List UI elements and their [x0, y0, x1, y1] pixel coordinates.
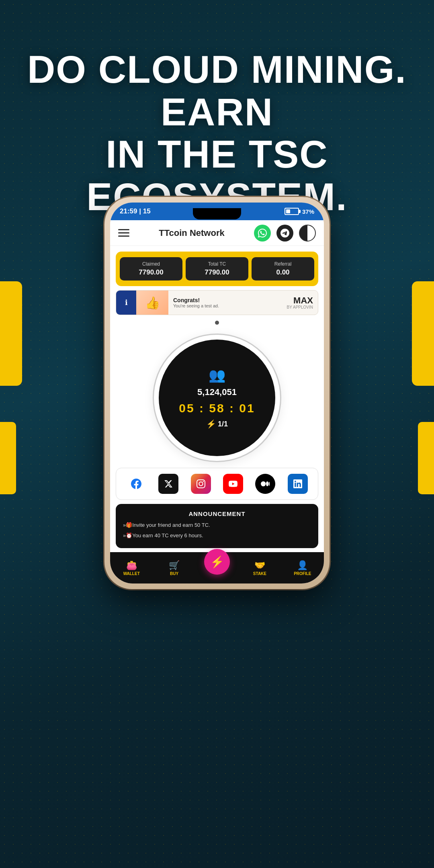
nav-stake[interactable]: 🤝 STAKE: [238, 560, 281, 576]
nav-wallet[interactable]: 👛 WALLET: [110, 560, 153, 576]
nav-profile[interactable]: 👤 PROFILE: [281, 560, 324, 576]
announcement-item-2: »⏰You earn 40 TC every 6 hours.: [123, 532, 311, 540]
ad-congrats: Congrats!: [173, 297, 282, 303]
miners-icon: 👥: [209, 367, 225, 383]
claimed-card: Claimed 7790.00: [120, 257, 182, 280]
center-bolt-icon: ⚡: [210, 555, 224, 569]
announcement-title: ANNOUNCEMENT: [123, 510, 311, 517]
boost-display: ⚡ 1/1: [206, 419, 228, 429]
battery-percent: 37%: [302, 208, 314, 215]
status-right: 37%: [285, 208, 314, 215]
profile-label: PROFILE: [294, 571, 311, 576]
total-tc-card: Total TC 7790.00: [186, 257, 248, 280]
phone-mockup: 21:59 | 15 37% TTcoin Network: [104, 197, 330, 589]
side-tab-left2: [0, 422, 16, 494]
claimed-label: Claimed: [123, 261, 179, 267]
ad-max-label: MAX: [287, 296, 313, 305]
total-tc-value: 7790.00: [189, 268, 245, 276]
announcement-item-1: »🎁Invite your friend and earn 50 TC.: [123, 521, 311, 529]
hamburger-menu[interactable]: [118, 229, 129, 237]
claimed-value: 7790.00: [123, 268, 179, 276]
ad-banner[interactable]: ℹ 👍 Congrats! You're seeing a test ad. M…: [116, 290, 318, 315]
app-title: TTcoin Network: [159, 228, 224, 238]
referral-label: Referral: [255, 261, 311, 267]
mining-circle-inner[interactable]: 👥 5,124,051 05 : 58 : 01 ⚡ 1/1: [159, 340, 275, 456]
stats-row: Claimed 7790.00 Total TC 7790.00 Referra…: [116, 252, 318, 286]
status-notch: [193, 208, 241, 219]
social-bar: [116, 468, 318, 500]
profile-icon: 👤: [297, 560, 308, 571]
boost-value: 1/1: [218, 420, 228, 428]
side-tab-right2: [418, 422, 434, 494]
announcement-section: ANNOUNCEMENT »🎁Invite your friend and ea…: [116, 504, 318, 548]
center-action-button[interactable]: ⚡: [204, 549, 230, 575]
buy-label: BUY: [170, 571, 178, 576]
whatsapp-button[interactable]: [254, 225, 271, 242]
ad-sub: You're seeing a test ad.: [173, 303, 282, 308]
ad-max: MAX BY APPLOVIN: [287, 296, 318, 309]
ttcoin-logo: [299, 225, 316, 242]
medium-button[interactable]: [255, 474, 275, 494]
status-bar: 21:59 | 15 37%: [110, 203, 324, 220]
app-header: TTcoin Network: [110, 220, 324, 246]
x-twitter-button[interactable]: [158, 474, 178, 494]
instagram-button[interactable]: [191, 474, 211, 494]
side-tab-right: [412, 281, 434, 386]
ad-text: Congrats! You're seeing a test ad.: [168, 297, 287, 308]
total-tc-label: Total TC: [189, 261, 245, 267]
stake-label: STAKE: [253, 571, 266, 576]
bottom-nav: 👛 WALLET 🛒 BUY ⚡ CENTER 🤝 STAKE 👤: [110, 552, 324, 583]
bolt-icon: ⚡: [206, 419, 216, 429]
battery-icon: [285, 208, 299, 215]
headline: DO CLOUD MINING. EARN IN THE TSC ECOSYST…: [0, 48, 434, 218]
miners-count: 5,124,051: [197, 387, 237, 397]
status-time: 21:59 | 15: [120, 207, 151, 215]
ad-by-label: BY APPLOVIN: [287, 305, 313, 309]
slider-dot: [110, 319, 324, 326]
youtube-button[interactable]: [223, 474, 243, 494]
side-tab-left: [0, 281, 22, 386]
referral-value: 0.00: [255, 268, 311, 276]
mining-circle-outer[interactable]: 👥 5,124,051 05 : 58 : 01 ⚡ 1/1: [153, 334, 281, 462]
wallet-label: WALLET: [123, 571, 140, 576]
mining-timer: 05 : 58 : 01: [179, 401, 255, 415]
stake-icon: 🤝: [254, 560, 265, 571]
headline-text: DO CLOUD MINING. EARN IN THE TSC ECOSYST…: [24, 48, 410, 218]
referral-card: Referral 0.00: [252, 257, 314, 280]
facebook-button[interactable]: [126, 474, 146, 494]
buy-icon: 🛒: [169, 560, 180, 571]
telegram-button[interactable]: [276, 225, 293, 242]
linkedin-button[interactable]: [288, 474, 308, 494]
mining-section: 👥 5,124,051 05 : 58 : 01 ⚡ 1/1: [110, 330, 324, 468]
wallet-icon: 👛: [126, 560, 137, 571]
ad-icon: ℹ: [116, 290, 136, 315]
ad-thumb: 👍: [136, 290, 168, 315]
header-icons: [254, 225, 316, 242]
nav-buy[interactable]: 🛒 BUY: [153, 560, 195, 576]
